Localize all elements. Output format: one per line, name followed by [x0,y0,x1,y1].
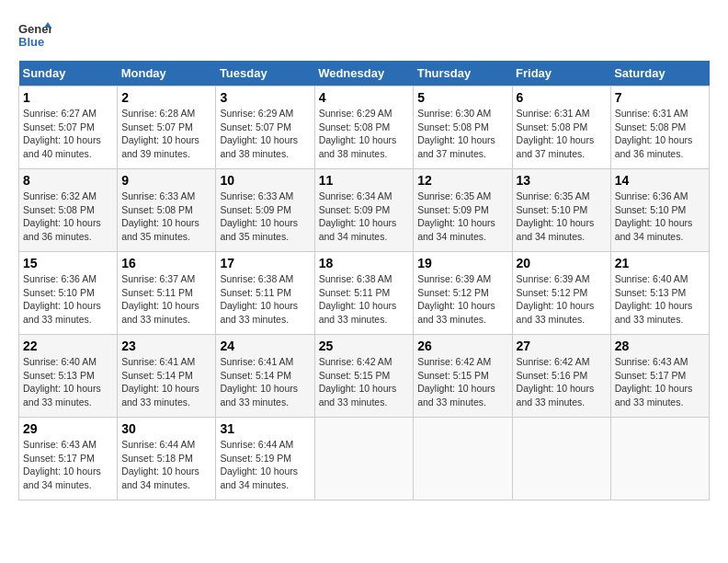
calendar-cell: 30 Sunrise: 6:44 AMSunset: 5:18 PMDaylig… [118,418,216,500]
calendar-cell: 20 Sunrise: 6:39 AMSunset: 5:12 PMDaylig… [512,252,610,335]
day-info: Sunrise: 6:36 AMSunset: 5:10 PMDaylight:… [23,273,101,325]
day-info: Sunrise: 6:29 AMSunset: 5:07 PMDaylight:… [220,108,298,159]
day-number: 4 [319,90,410,105]
day-info: Sunrise: 6:30 AMSunset: 5:08 PMDaylight:… [417,108,495,159]
day-info: Sunrise: 6:36 AMSunset: 5:10 PMDaylight:… [615,190,693,242]
day-number: 17 [220,256,310,270]
weekday-header: Friday [512,61,610,86]
day-info: Sunrise: 6:35 AMSunset: 5:10 PMDaylight:… [517,190,595,242]
calendar-cell: 7 Sunrise: 6:31 AMSunset: 5:08 PMDayligh… [610,86,709,169]
calendar-cell: 4 Sunrise: 6:29 AMSunset: 5:08 PMDayligh… [314,86,414,169]
calendar-cell: 13 Sunrise: 6:35 AMSunset: 5:10 PMDaylig… [512,169,610,252]
day-number: 23 [121,339,211,353]
day-number: 24 [220,339,310,353]
day-info: Sunrise: 6:29 AMSunset: 5:08 PMDaylight:… [319,108,397,159]
calendar-cell: 8 Sunrise: 6:32 AMSunset: 5:08 PMDayligh… [19,169,118,252]
calendar-cell: 25 Sunrise: 6:42 AMSunset: 5:15 PMDaylig… [314,335,414,418]
calendar-cell: 23 Sunrise: 6:41 AMSunset: 5:14 PMDaylig… [118,335,216,418]
day-number: 18 [319,256,410,270]
day-info: Sunrise: 6:42 AMSunset: 5:15 PMDaylight:… [319,356,397,408]
logo-icon: General Blue [18,18,51,52]
day-info: Sunrise: 6:35 AMSunset: 5:09 PMDaylight:… [417,190,495,242]
day-number: 5 [417,90,507,105]
calendar-week-row: 8 Sunrise: 6:32 AMSunset: 5:08 PMDayligh… [19,169,710,252]
day-info: Sunrise: 6:40 AMSunset: 5:13 PMDaylight:… [615,273,693,325]
calendar-cell: 1 Sunrise: 6:27 AMSunset: 5:07 PMDayligh… [19,86,118,169]
weekday-header: Wednesday [314,61,414,86]
calendar-cell: 9 Sunrise: 6:33 AMSunset: 5:08 PMDayligh… [118,169,216,252]
day-number: 13 [517,173,607,188]
day-info: Sunrise: 6:39 AMSunset: 5:12 PMDaylight:… [417,273,495,325]
day-number: 8 [23,173,113,188]
day-info: Sunrise: 6:31 AMSunset: 5:08 PMDaylight:… [517,108,595,159]
day-number: 20 [517,256,607,270]
day-number: 16 [121,256,211,270]
day-info: Sunrise: 6:34 AMSunset: 5:09 PMDaylight:… [319,190,397,242]
day-number: 28 [615,339,705,353]
day-info: Sunrise: 6:42 AMSunset: 5:16 PMDaylight:… [517,356,595,408]
calendar-cell [414,418,512,500]
day-info: Sunrise: 6:32 AMSunset: 5:08 PMDaylight:… [23,190,101,242]
weekday-header: Tuesday [216,61,314,86]
calendar-cell: 28 Sunrise: 6:43 AMSunset: 5:17 PMDaylig… [610,335,709,418]
day-number: 15 [23,256,113,270]
day-number: 10 [220,173,310,188]
day-info: Sunrise: 6:43 AMSunset: 5:17 PMDaylight:… [615,356,693,408]
calendar-cell: 18 Sunrise: 6:38 AMSunset: 5:11 PMDaylig… [314,252,414,335]
calendar-cell: 26 Sunrise: 6:42 AMSunset: 5:15 PMDaylig… [414,335,512,418]
calendar-cell [610,418,709,500]
calendar-cell: 12 Sunrise: 6:35 AMSunset: 5:09 PMDaylig… [414,169,512,252]
day-number: 21 [615,256,705,270]
logo: General Blue [18,18,51,52]
day-info: Sunrise: 6:33 AMSunset: 5:08 PMDaylight:… [121,190,199,242]
day-info: Sunrise: 6:31 AMSunset: 5:08 PMDaylight:… [615,108,693,159]
day-number: 9 [121,173,211,188]
day-info: Sunrise: 6:38 AMSunset: 5:11 PMDaylight:… [319,273,397,325]
calendar-cell: 2 Sunrise: 6:28 AMSunset: 5:07 PMDayligh… [118,86,216,169]
day-info: Sunrise: 6:44 AMSunset: 5:19 PMDaylight:… [220,439,298,490]
weekday-header: Saturday [610,61,709,86]
day-info: Sunrise: 6:37 AMSunset: 5:11 PMDaylight:… [121,273,199,325]
calendar-header-row: SundayMondayTuesdayWednesdayThursdayFrid… [19,61,710,86]
day-number: 2 [121,90,211,105]
day-info: Sunrise: 6:43 AMSunset: 5:17 PMDaylight:… [23,439,101,490]
calendar-week-row: 29 Sunrise: 6:43 AMSunset: 5:17 PMDaylig… [19,418,710,500]
calendar-week-row: 1 Sunrise: 6:27 AMSunset: 5:07 PMDayligh… [19,86,710,169]
day-info: Sunrise: 6:27 AMSunset: 5:07 PMDaylight:… [23,108,101,159]
day-number: 1 [23,90,113,105]
day-number: 30 [121,421,211,436]
calendar-cell: 10 Sunrise: 6:33 AMSunset: 5:09 PMDaylig… [216,169,314,252]
calendar-cell [512,418,610,500]
day-info: Sunrise: 6:41 AMSunset: 5:14 PMDaylight:… [220,356,298,408]
day-info: Sunrise: 6:41 AMSunset: 5:14 PMDaylight:… [121,356,199,408]
calendar-cell: 6 Sunrise: 6:31 AMSunset: 5:08 PMDayligh… [512,86,610,169]
calendar-table: SundayMondayTuesdayWednesdayThursdayFrid… [18,61,710,500]
page-header: General Blue [18,18,710,52]
calendar-cell: 11 Sunrise: 6:34 AMSunset: 5:09 PMDaylig… [314,169,414,252]
day-number: 7 [615,90,705,105]
calendar-cell: 14 Sunrise: 6:36 AMSunset: 5:10 PMDaylig… [610,169,709,252]
calendar-week-row: 22 Sunrise: 6:40 AMSunset: 5:13 PMDaylig… [19,335,710,418]
day-number: 19 [417,256,507,270]
calendar-cell [314,418,414,500]
calendar-cell: 17 Sunrise: 6:38 AMSunset: 5:11 PMDaylig… [216,252,314,335]
calendar-cell: 3 Sunrise: 6:29 AMSunset: 5:07 PMDayligh… [216,86,314,169]
calendar-cell: 22 Sunrise: 6:40 AMSunset: 5:13 PMDaylig… [19,335,118,418]
calendar-cell: 27 Sunrise: 6:42 AMSunset: 5:16 PMDaylig… [512,335,610,418]
day-info: Sunrise: 6:40 AMSunset: 5:13 PMDaylight:… [23,356,101,408]
day-number: 3 [220,90,310,105]
day-number: 31 [220,421,310,436]
day-number: 26 [417,339,507,353]
calendar-cell: 16 Sunrise: 6:37 AMSunset: 5:11 PMDaylig… [118,252,216,335]
calendar-cell: 31 Sunrise: 6:44 AMSunset: 5:19 PMDaylig… [216,418,314,500]
calendar-cell: 5 Sunrise: 6:30 AMSunset: 5:08 PMDayligh… [414,86,512,169]
weekday-header: Monday [118,61,216,86]
day-number: 14 [615,173,705,188]
day-number: 11 [319,173,410,188]
day-info: Sunrise: 6:42 AMSunset: 5:15 PMDaylight:… [417,356,495,408]
calendar-cell: 19 Sunrise: 6:39 AMSunset: 5:12 PMDaylig… [414,252,512,335]
day-number: 22 [23,339,113,353]
day-number: 25 [319,339,410,353]
calendar-cell: 15 Sunrise: 6:36 AMSunset: 5:10 PMDaylig… [19,252,118,335]
calendar-week-row: 15 Sunrise: 6:36 AMSunset: 5:10 PMDaylig… [19,252,710,335]
